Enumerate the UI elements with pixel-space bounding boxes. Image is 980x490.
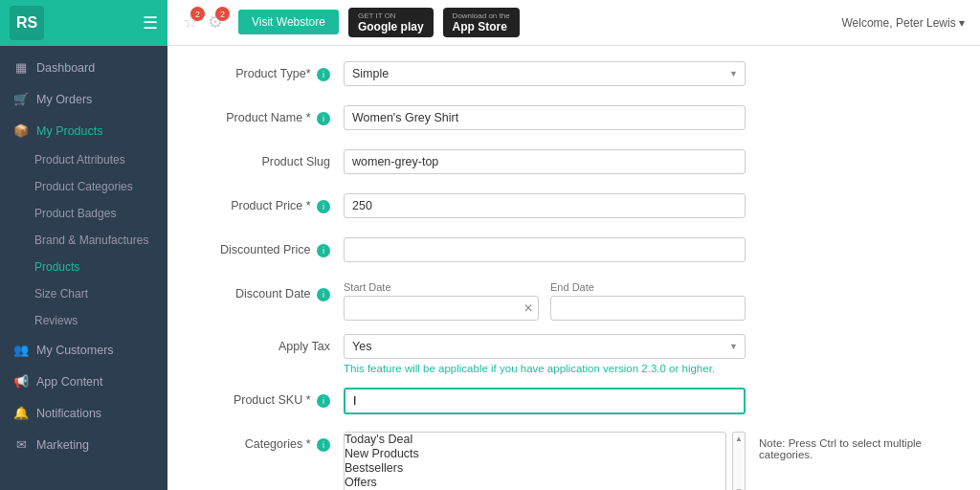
discounted-price-label: Discounted Price i xyxy=(190,237,344,257)
sidebar-item-app-content[interactable]: 📢 App Content xyxy=(0,366,167,397)
apply-tax-select[interactable]: Yes xyxy=(344,334,746,359)
apply-tax-label: Apply Tax xyxy=(190,334,344,353)
products-icon: 📦 xyxy=(13,123,29,138)
start-date-col: Start Date ✕ xyxy=(344,281,539,321)
discounted-price-info-icon[interactable]: i xyxy=(317,244,330,257)
sidebar-item-notifications-label: Notifications xyxy=(36,407,101,420)
settings-notification[interactable]: ⚙ 2 xyxy=(208,11,223,33)
product-sku-row: Product SKU * i xyxy=(190,388,957,418)
sidebar-item-products[interactable]: Products xyxy=(0,254,167,280)
cat-option-offers[interactable]: Offers xyxy=(345,476,725,490)
welcome-text[interactable]: Welcome, Peter Lewis ▾ xyxy=(842,16,966,30)
sidebar-header: RS ☰ xyxy=(0,0,167,46)
star-badge: 2 xyxy=(190,7,205,21)
product-sku-input[interactable] xyxy=(344,388,746,414)
customers-icon: 👥 xyxy=(13,343,29,357)
orders-icon: 🛒 xyxy=(13,92,29,106)
product-price-row: Product Price * i xyxy=(190,193,957,224)
product-type-info-icon[interactable]: i xyxy=(317,68,330,81)
sidebar-item-product-categories[interactable]: Product Categories xyxy=(0,173,167,200)
marketing-icon: ✉ xyxy=(13,437,29,452)
product-name-info-icon[interactable]: i xyxy=(317,112,330,125)
sidebar-item-my-customers[interactable]: 👥 My Customers xyxy=(0,334,167,366)
gear-badge: 2 xyxy=(215,7,230,21)
sidebar: RS ☰ ▦ Dashboard 🛒 My Orders 📦 My Produc… xyxy=(0,0,167,490)
categories-scrollbar: ▲ ▼ xyxy=(732,432,746,490)
product-slug-label: Product Slug xyxy=(190,149,344,168)
product-slug-row: Product Slug xyxy=(190,149,957,180)
categories-select-wrap: Today's Deal New Products Bestsellers Of… xyxy=(344,432,746,490)
sidebar-item-my-orders[interactable]: 🛒 My Orders xyxy=(0,83,167,115)
end-date-input-wrap xyxy=(550,296,746,321)
product-price-info-icon[interactable]: i xyxy=(317,200,330,213)
discounted-price-input[interactable] xyxy=(344,237,746,262)
app-store-big: App Store xyxy=(453,20,510,33)
discount-date-label: Discount Date i xyxy=(190,281,344,301)
start-date-clear-icon[interactable]: ✕ xyxy=(523,301,533,315)
sidebar-item-notifications[interactable]: 🔔 Notifications xyxy=(0,397,167,429)
dashboard-icon: ▦ xyxy=(13,60,29,75)
start-date-input[interactable] xyxy=(344,296,539,321)
sidebar-item-product-attributes[interactable]: Product Attributes xyxy=(0,146,167,173)
google-play-button[interactable]: GET IT ON Google play xyxy=(348,8,434,38)
star-notification[interactable]: ☆ 2 xyxy=(183,11,198,33)
reviews-label: Reviews xyxy=(34,314,78,327)
sidebar-item-orders-label: My Orders xyxy=(36,93,92,106)
product-badges-label: Product Badges xyxy=(34,207,116,220)
logo: RS xyxy=(10,6,44,40)
sidebar-item-marketing-label: Marketing xyxy=(36,438,89,452)
product-name-input[interactable] xyxy=(344,105,746,130)
date-wrap: Start Date ✕ End Date xyxy=(344,281,746,321)
discount-date-info-icon[interactable]: i xyxy=(317,288,330,301)
product-type-select-wrap: Simple xyxy=(344,61,746,86)
app-store-button[interactable]: Download on the App Store xyxy=(443,8,520,38)
apply-tax-row: Apply Tax Yes This feature will be appli… xyxy=(190,334,957,374)
main-content: ☆ 2 ⚙ 2 Visit Webstore GET IT ON Google … xyxy=(167,0,980,490)
cat-option-new-products[interactable]: New Products xyxy=(345,447,725,461)
discount-date-row: Discount Date i Start Date ✕ End Date xyxy=(190,281,957,321)
start-date-input-wrap: ✕ xyxy=(344,296,539,321)
product-sku-info-icon[interactable]: i xyxy=(317,394,330,408)
topbar-icons: ☆ 2 ⚙ 2 Visit Webstore GET IT ON Google … xyxy=(183,8,833,38)
product-price-label: Product Price * i xyxy=(190,193,344,213)
sidebar-item-size-chart[interactable]: Size Chart xyxy=(0,280,167,307)
end-date-col: End Date xyxy=(550,281,746,321)
categories-label: Categories * i xyxy=(190,432,344,452)
sidebar-item-app-content-label: App Content xyxy=(36,375,103,389)
product-type-row: Product Type* i Simple xyxy=(190,61,957,92)
app-store-small: Download on the xyxy=(453,11,510,21)
sidebar-nav: ▦ Dashboard 🛒 My Orders 📦 My Products Pr… xyxy=(0,46,167,490)
sidebar-item-reviews[interactable]: Reviews xyxy=(0,307,167,334)
products-sub-label: Products xyxy=(34,260,79,274)
categories-info-icon[interactable]: i xyxy=(317,438,330,452)
product-type-select[interactable]: Simple xyxy=(344,61,746,86)
visit-webstore-button[interactable]: Visit Webstore xyxy=(238,10,339,34)
sidebar-item-products-label: My Products xyxy=(36,124,102,138)
tax-note-row: This feature will be applicable if you h… xyxy=(190,359,957,374)
google-play-big: Google play xyxy=(358,20,424,33)
sidebar-item-my-products[interactable]: 📦 My Products xyxy=(0,115,167,146)
scroll-up-icon[interactable]: ▲ xyxy=(735,434,743,443)
size-chart-label: Size Chart xyxy=(34,287,88,301)
start-date-label: Start Date xyxy=(344,281,539,293)
discounted-price-row: Discounted Price i xyxy=(190,237,957,268)
sidebar-item-brand-manufactures[interactable]: Brand & Manufactures xyxy=(0,227,167,254)
cat-option-bestsellers[interactable]: Bestsellers xyxy=(345,461,725,476)
end-date-input[interactable] xyxy=(550,296,746,321)
product-slug-input[interactable] xyxy=(344,149,746,174)
apply-tax-inner: Apply Tax Yes xyxy=(190,334,957,359)
topbar: ☆ 2 ⚙ 2 Visit Webstore GET IT ON Google … xyxy=(167,0,980,46)
cat-option-todays-deal[interactable]: Today's Deal xyxy=(345,433,725,447)
sidebar-item-dashboard-label: Dashboard xyxy=(36,61,95,75)
notifications-icon: 🔔 xyxy=(13,406,29,420)
product-name-row: Product Name * i xyxy=(190,105,957,136)
product-price-input[interactable] xyxy=(344,193,746,218)
categories-field-wrap: Today's Deal New Products Bestsellers Of… xyxy=(344,432,957,490)
product-attributes-label: Product Attributes xyxy=(34,153,125,167)
sidebar-item-dashboard[interactable]: ▦ Dashboard xyxy=(0,52,167,83)
categories-select[interactable]: Today's Deal New Products Bestsellers Of… xyxy=(344,432,726,490)
product-name-label: Product Name * i xyxy=(190,105,344,125)
sidebar-item-product-badges[interactable]: Product Badges xyxy=(0,200,167,227)
hamburger-icon[interactable]: ☰ xyxy=(143,12,158,33)
sidebar-item-marketing[interactable]: ✉ Marketing xyxy=(0,429,167,460)
